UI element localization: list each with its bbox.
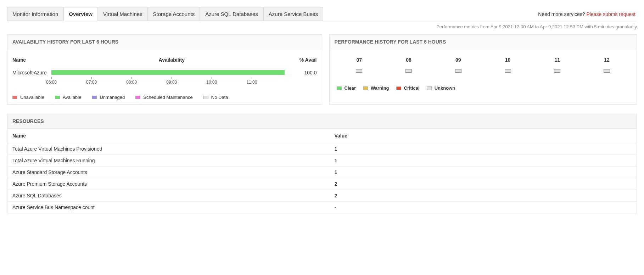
performance-hour-label: 10 bbox=[505, 57, 511, 63]
legend-unknown: Unknown bbox=[427, 85, 455, 91]
resource-row: Azure Standard Storage Accounts1 bbox=[7, 167, 637, 178]
request-services: Need more services? Please submit reques… bbox=[538, 11, 635, 17]
performance-hour-label: 11 bbox=[555, 57, 560, 63]
performance-hour-label: 07 bbox=[357, 57, 362, 63]
resource-name: Azure Premium Storage Accounts bbox=[12, 181, 334, 187]
resource-value: 1 bbox=[334, 146, 632, 152]
legend-critical: Critical bbox=[396, 85, 420, 91]
performance-hour-box[interactable] bbox=[554, 69, 560, 73]
resources-header-value: Value bbox=[334, 133, 632, 139]
availability-tick: 07:00 bbox=[86, 77, 97, 85]
tab-overview[interactable]: Overview bbox=[63, 7, 98, 21]
resource-row: Azure SQL Databases2 bbox=[7, 190, 637, 202]
resource-row: Azure Premium Storage Accounts2 bbox=[7, 178, 637, 190]
performance-hour-box[interactable] bbox=[455, 69, 461, 73]
legend-unavailable: Unavailable bbox=[12, 95, 44, 100]
performance-boxes bbox=[335, 69, 632, 82]
availability-row-pct: 100.0 bbox=[292, 70, 317, 75]
availability-row-name: Microsoft Azure bbox=[12, 70, 51, 75]
resources-panel: RESOURCES Name Value Total Azure Virtual… bbox=[7, 114, 637, 213]
resource-value: 1 bbox=[334, 169, 632, 175]
availability-bar-fill bbox=[51, 70, 285, 75]
legend-clear: Clear bbox=[337, 85, 356, 91]
resource-name: Total Azure Virtual Machines Running bbox=[12, 158, 334, 163]
resource-value: 2 bbox=[334, 193, 632, 198]
availability-header-avail: Availability bbox=[51, 57, 292, 63]
availability-tick: 11:00 bbox=[246, 77, 257, 85]
resource-row: Azure Service Bus Namespace count- bbox=[7, 202, 637, 213]
availability-title: AVAILABILITY HISTORY FOR LAST 6 HOURS bbox=[7, 35, 322, 49]
legend-unmanaged: Unmanaged bbox=[92, 95, 125, 100]
metrics-range-text: Performance metrics from Apr 9,2021 12:0… bbox=[7, 24, 637, 29]
resource-row: Total Azure Virtual Machines Running1 bbox=[7, 155, 637, 167]
submit-request-link[interactable]: Please submit request bbox=[586, 11, 635, 17]
tab-monitor-information[interactable]: Monitor Information bbox=[7, 7, 63, 21]
performance-title: PERFORMANCE HISTORY FOR LAST 6 HOURS bbox=[330, 35, 637, 49]
resource-name: Azure SQL Databases bbox=[12, 193, 334, 198]
performance-panel: PERFORMANCE HISTORY FOR LAST 6 HOURS 070… bbox=[329, 34, 637, 105]
tab-azure-sql-databases[interactable]: Azure SQL Databases bbox=[200, 7, 263, 21]
availability-tick: 09:00 bbox=[166, 77, 177, 85]
performance-hours: 070809101112 bbox=[335, 54, 632, 69]
tab-azure-service-buses[interactable]: Azure Service Buses bbox=[263, 7, 323, 21]
performance-legend: Clear Warning Critical Unknown bbox=[335, 82, 632, 93]
resources-title: RESOURCES bbox=[7, 114, 637, 129]
performance-hour-label: 08 bbox=[406, 57, 411, 63]
legend-no-data: No Data bbox=[203, 95, 228, 100]
resource-value: 1 bbox=[334, 158, 632, 163]
tab-storage-accounts[interactable]: Storage Accounts bbox=[148, 7, 200, 21]
legend-warning: Warning bbox=[363, 85, 389, 91]
performance-hour-box[interactable] bbox=[604, 69, 610, 73]
availability-header-name: Name bbox=[12, 57, 51, 63]
performance-hour-label: 09 bbox=[455, 57, 461, 63]
tab-virtual-machines[interactable]: Virtual Machines bbox=[98, 7, 148, 21]
resource-value: - bbox=[334, 204, 632, 210]
performance-hour-box[interactable] bbox=[356, 69, 362, 73]
availability-header-pct: % Avail bbox=[292, 57, 317, 63]
availability-legend: Unavailable Available Unmanaged Schedule… bbox=[12, 95, 317, 100]
performance-hour-box[interactable] bbox=[405, 69, 412, 73]
resource-name: Total Azure Virtual Machines Provisioned bbox=[12, 146, 334, 152]
availability-tick: 10:00 bbox=[206, 77, 217, 85]
availability-panel: AVAILABILITY HISTORY FOR LAST 6 HOURS Na… bbox=[7, 34, 322, 105]
tabbar: Monitor Information Overview Virtual Mac… bbox=[7, 7, 637, 21]
performance-hour-box[interactable] bbox=[505, 69, 511, 73]
performance-hour-label: 12 bbox=[604, 57, 610, 63]
resource-row: Total Azure Virtual Machines Provisioned… bbox=[7, 143, 637, 155]
resources-header-name: Name bbox=[12, 133, 334, 139]
availability-tick: 06:00 bbox=[46, 77, 57, 85]
resource-value: 2 bbox=[334, 181, 632, 187]
availability-time-axis: 06:0007:0008:0009:0010:0011:00 bbox=[51, 77, 292, 88]
availability-bar bbox=[51, 70, 292, 75]
resource-name: Azure Standard Storage Accounts bbox=[12, 169, 334, 175]
legend-available: Available bbox=[55, 95, 82, 100]
resource-name: Azure Service Bus Namespace count bbox=[12, 204, 334, 210]
availability-tick: 08:00 bbox=[126, 77, 137, 85]
legend-scheduled-maintenance: Scheduled Maintenance bbox=[135, 95, 193, 100]
request-prefix: Need more services? bbox=[538, 11, 586, 17]
